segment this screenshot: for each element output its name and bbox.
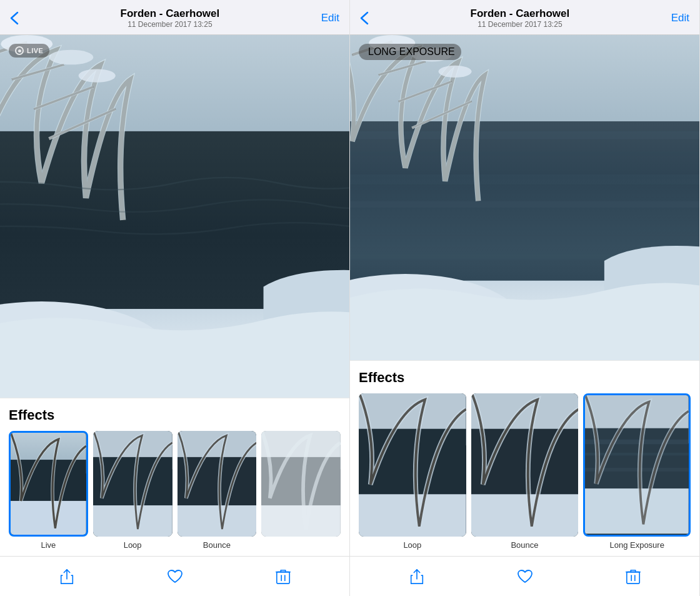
left-back-button[interactable] <box>10 11 19 25</box>
left-title: Forden - Caerhowel 11 December 2017 13:2… <box>19 8 321 29</box>
right-long-exp-badge: LONG EXPOSURE <box>359 44 461 60</box>
right-effects-thumbnails: Loop Bounce <box>359 393 691 550</box>
left-thumb-live-label: Live <box>41 540 56 550</box>
right-effect-bounce[interactable]: Bounce <box>471 393 579 550</box>
left-thumb-longexp-img[interactable] <box>261 431 341 537</box>
right-thumb-longexp-label: Long Exposure <box>609 540 664 550</box>
svg-rect-36 <box>350 174 699 184</box>
left-effects-section: Effects Live <box>0 398 349 556</box>
left-share-button[interactable] <box>58 567 76 586</box>
svg-rect-28 <box>276 572 289 583</box>
right-thumb-longexp-img[interactable] <box>583 393 691 537</box>
left-effects-thumbnails: Live Loop <box>9 431 341 550</box>
right-effects-title: Effects <box>359 370 691 386</box>
right-thumb-loop-img[interactable] <box>359 393 466 537</box>
left-title-main: Forden - Caerhowel <box>19 8 321 20</box>
svg-rect-62 <box>585 440 689 445</box>
left-header: Forden - Caerhowel 11 December 2017 13:2… <box>0 0 349 35</box>
right-panel: Forden - Caerhowel 11 December 2017 13:2… <box>350 0 700 596</box>
svg-rect-66 <box>626 572 639 583</box>
right-title-sub: 11 December 2017 13:25 <box>369 20 671 29</box>
svg-rect-21 <box>93 505 172 537</box>
svg-rect-65 <box>585 488 689 533</box>
left-effect-bounce[interactable]: Bounce <box>178 431 257 550</box>
right-thumb-loop-label: Loop <box>403 540 421 550</box>
svg-rect-24 <box>178 505 257 537</box>
left-badge-text: LIVE <box>27 47 43 54</box>
right-favorite-button[interactable] <box>516 567 534 586</box>
right-edit-button[interactable]: Edit <box>671 12 689 24</box>
svg-rect-27 <box>261 505 341 537</box>
left-toolbar <box>0 556 349 596</box>
left-panel: Forden - Caerhowel 11 December 2017 13:2… <box>0 0 350 596</box>
left-thumb-bounce-img[interactable] <box>178 431 257 537</box>
left-effect-live[interactable]: Live <box>9 431 88 550</box>
left-title-sub: 11 December 2017 13:25 <box>19 20 321 29</box>
left-live-badge: LIVE <box>9 44 49 58</box>
right-back-button[interactable] <box>360 11 369 25</box>
svg-point-53 <box>439 66 472 78</box>
right-toolbar <box>350 556 699 596</box>
svg-rect-59 <box>471 494 579 537</box>
right-share-button[interactable] <box>408 567 426 586</box>
left-thumb-bounce-label: Bounce <box>203 540 231 550</box>
left-edit-button[interactable]: Edit <box>321 12 339 24</box>
right-effects-section: Effects Loop <box>350 360 699 556</box>
svg-rect-18 <box>11 501 86 535</box>
left-effects-title: Effects <box>9 407 341 423</box>
right-header: Forden - Caerhowel 11 December 2017 13:2… <box>350 0 699 35</box>
svg-point-14 <box>49 50 93 65</box>
svg-rect-56 <box>359 494 466 537</box>
right-title: Forden - Caerhowel 11 December 2017 13:2… <box>369 8 671 29</box>
right-title-main: Forden - Caerhowel <box>369 8 671 20</box>
right-thumb-bounce-label: Bounce <box>511 540 538 550</box>
right-effect-longexp[interactable]: Long Exposure <box>583 393 691 550</box>
left-favorite-button[interactable] <box>166 567 184 586</box>
right-photo[interactable]: LONG EXPOSURE <box>350 35 699 360</box>
left-effect-longexp-partial[interactable] <box>261 431 341 550</box>
svg-rect-38 <box>350 228 699 236</box>
left-thumb-loop-img[interactable] <box>93 431 172 537</box>
svg-rect-63 <box>585 453 689 456</box>
svg-rect-37 <box>350 201 699 208</box>
right-badge-text: LONG EXPOSURE <box>368 46 455 58</box>
right-delete-button[interactable] <box>624 567 642 586</box>
svg-point-15 <box>79 69 116 82</box>
live-circle-icon <box>15 46 24 55</box>
right-thumb-bounce-img[interactable] <box>471 393 579 537</box>
left-thumb-live-img[interactable] <box>9 431 88 537</box>
left-delete-button[interactable] <box>274 567 292 586</box>
right-effect-loop[interactable]: Loop <box>359 393 466 550</box>
left-photo[interactable]: LIVE <box>0 35 349 398</box>
left-thumb-loop-label: Loop <box>124 540 142 550</box>
left-effect-loop[interactable]: Loop <box>93 431 172 550</box>
